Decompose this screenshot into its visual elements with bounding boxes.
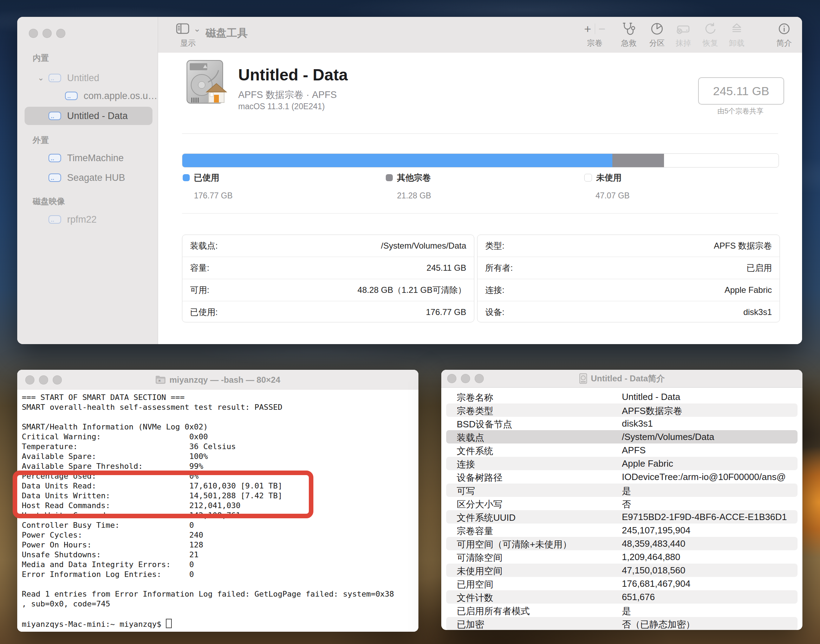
- sidebar-item-label: Seagate HUB: [67, 172, 125, 183]
- zoom-button[interactable]: [474, 374, 484, 383]
- sidebar-item-label: rpfm22: [67, 214, 97, 225]
- table-row: 连接:Apple Fabric: [478, 279, 780, 301]
- zoom-button[interactable]: [53, 376, 62, 385]
- info-row: 可写是: [446, 483, 797, 497]
- erase-button[interactable]: 抹掉: [669, 20, 697, 49]
- storage-usage-bar: [182, 153, 779, 167]
- table-row: 装载点:/System/Volumes/Data: [182, 235, 474, 257]
- table-row: 已使用:176.77 GB: [182, 301, 474, 323]
- terminal-window: ⌘ miyanzqy — -bash — 80×24 === START OF …: [17, 370, 418, 632]
- table-row: 类型:APFS 数据宗卷: [478, 235, 780, 257]
- table-row: 所有者:已启用: [478, 257, 780, 279]
- volume-title: Untitled - Data: [238, 65, 348, 84]
- info-row: 文件系统UUIDE9715BD2-1F9D-4BF6-ACCE-E1B36D1: [446, 510, 797, 524]
- disk-icon: [48, 73, 61, 83]
- info-row: 已用空间176,681,467,904: [446, 577, 797, 590]
- window-controls: [25, 376, 62, 385]
- used-swatch: [183, 174, 190, 181]
- close-button[interactable]: [29, 29, 38, 38]
- info-row: 可清除空间1,209,464,880: [446, 550, 797, 564]
- legend-used: 已使用 176.77 GB: [183, 172, 233, 201]
- volume-subtitle: APFS 数据宗卷 · APFS: [238, 89, 337, 101]
- erase-disk-icon: [676, 20, 691, 37]
- info-circle-icon: [777, 20, 791, 37]
- info-row: 文件系统APFS: [446, 443, 797, 457]
- unmount-button[interactable]: 卸载: [723, 20, 751, 49]
- window-controls: [29, 29, 65, 38]
- minimize-button[interactable]: [461, 374, 470, 383]
- info-row-selected[interactable]: 装载点/System/Volumes/Data: [446, 430, 797, 443]
- sidebar-section-disk-images: 磁盘映像: [33, 196, 65, 207]
- terminal-folder-icon: ⌘: [155, 376, 166, 385]
- sidebar-toggle-icon: ⌄: [175, 20, 201, 37]
- volume-add-remove-button[interactable]: +− 宗卷: [578, 20, 612, 49]
- toggle-sidebar-button[interactable]: ⌄ 显示: [169, 20, 207, 49]
- table-row: 可用:48.28 GB（1.21 GB可清除）: [182, 279, 474, 301]
- terminal-cursor: [166, 619, 172, 628]
- info-row: 宗卷容量245,107,195,904: [446, 524, 797, 537]
- info-row: 区分大小写否: [446, 497, 797, 510]
- plus-minus-icon: +−: [584, 20, 606, 37]
- details-table-left: 装载点:/System/Volumes/Data 容量:245.11 GB 可用…: [182, 235, 474, 322]
- partition-button[interactable]: 分区: [643, 20, 671, 49]
- info-button[interactable]: 简介: [770, 20, 798, 49]
- info-row: 宗卷类型APFS数据宗卷: [446, 403, 797, 417]
- disk-utility-content: Untitled - Data APFS 数据宗卷 · APFS macOS 1…: [158, 53, 802, 344]
- shared-volumes-note: 由5个宗卷共享: [698, 106, 783, 116]
- chevron-down-icon[interactable]: ⌄: [38, 74, 48, 83]
- unused-swatch: [584, 174, 592, 181]
- svg-text:⌘: ⌘: [158, 379, 161, 383]
- first-aid-button[interactable]: 急救: [615, 20, 643, 49]
- terminal-title: miyanzqy — -bash — 80×24: [169, 375, 280, 385]
- info-row: 设备树路径IODeviceTree:/arm-io@10F00000/ans@: [446, 470, 797, 483]
- table-row: 容量:245.11 GB: [182, 257, 474, 279]
- sidebar-item-untitled[interactable]: ⌄ Untitled: [17, 69, 158, 87]
- disk-utility-window: 内置 ⌄ Untitled com.apple.os.u… Untitled -…: [17, 17, 802, 344]
- legend-other: 其他宗卷 21.28 GB: [386, 172, 431, 201]
- info-row: 已启用所有者模式是: [446, 604, 797, 617]
- close-button[interactable]: [447, 374, 456, 383]
- sidebar-section-external: 外置: [33, 135, 49, 146]
- disk-icon: [48, 153, 61, 163]
- disk-utility-toolbar: ⌄ 显示 磁盘工具 +− 宗卷 急救 分区: [158, 17, 802, 53]
- terminal-content[interactable]: === START OF SMART DATA SECTION ===SMART…: [17, 390, 418, 632]
- divider: [182, 133, 778, 134]
- disk-utility-sidebar: 内置 ⌄ Untitled com.apple.os.u… Untitled -…: [17, 17, 158, 344]
- other-volumes-segment: [613, 154, 664, 167]
- info-row: 可用空间（可清除+未使用）48,359,483,440: [446, 537, 797, 550]
- chevron-down-icon: ⌄: [193, 24, 201, 34]
- zoom-button[interactable]: [56, 29, 65, 38]
- terminal-titlebar[interactable]: ⌘ miyanzqy — -bash — 80×24: [17, 370, 418, 390]
- sidebar-item-label: TimeMachine: [67, 153, 124, 164]
- desktop: 内置 ⌄ Untitled com.apple.os.u… Untitled -…: [0, 0, 820, 644]
- close-button[interactable]: [25, 376, 34, 385]
- info-title: Untitled - Data简介: [591, 373, 665, 384]
- volume-info-window: Untitled - Data简介 宗卷名称Untitled - Data 宗卷…: [441, 370, 802, 630]
- sidebar-section-internal: 内置: [33, 53, 49, 64]
- eject-stack-icon: [730, 20, 744, 37]
- size-badge: 245.11 GB: [698, 77, 784, 105]
- sidebar-item-label: Untitled: [67, 73, 100, 84]
- restore-arrow-icon: [703, 20, 717, 37]
- info-row: BSD设备节点disk3s1: [446, 417, 797, 430]
- info-row: 文件计数651,676: [446, 590, 797, 604]
- other-swatch: [386, 174, 393, 181]
- table-row: 设备:disk3s1: [478, 301, 780, 323]
- details-table-right: 类型:APFS 数据宗卷 所有者:已启用 连接:Apple Fabric 设备:…: [477, 235, 780, 322]
- info-rows: 宗卷名称Untitled - Data 宗卷类型APFS数据宗卷 BSD设备节点…: [446, 390, 797, 630]
- minimize-button[interactable]: [43, 29, 52, 38]
- info-row: 宗卷名称Untitled - Data: [446, 390, 797, 403]
- info-titlebar[interactable]: Untitled - Data简介: [441, 370, 802, 388]
- disk-icon: [48, 172, 61, 183]
- legend-unused: 未使用 47.07 GB: [584, 172, 630, 201]
- disk-icon: [64, 90, 78, 101]
- drive-icon: [579, 373, 587, 384]
- prompt-line: miyanzqys-Mac-mini:~ miyanzqy$: [22, 619, 414, 629]
- info-row: 已加密否（已静态加密）: [446, 617, 797, 630]
- info-row: 未使用空间47,150,018,560: [446, 564, 797, 577]
- hard-drive-icon: [182, 58, 230, 107]
- disk-icon: [48, 214, 61, 225]
- info-row: 连接Apple Fabric: [446, 457, 797, 470]
- minimize-button[interactable]: [39, 376, 48, 385]
- restore-button[interactable]: 恢复: [696, 20, 725, 49]
